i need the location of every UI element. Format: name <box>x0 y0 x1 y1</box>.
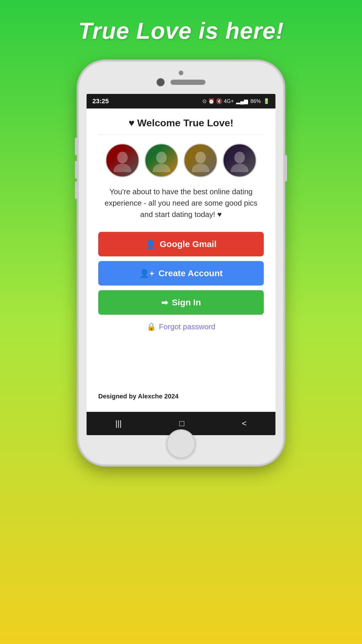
footer-text: Designed by Alexche 2024 <box>98 393 179 400</box>
google-gmail-button[interactable]: 👤 Google Gmail <box>98 232 264 256</box>
svg-point-7 <box>231 164 248 172</box>
battery-text: 86% <box>250 98 261 104</box>
sign-in-button[interactable]: ➡ Sign In <box>98 290 264 315</box>
speaker-grille <box>171 80 205 85</box>
svg-point-6 <box>234 152 245 163</box>
menu-nav-button[interactable]: ||| <box>115 419 122 428</box>
phone-top-area <box>157 71 205 86</box>
home-nav-button[interactable]: □ <box>179 419 184 428</box>
google-button-label: Google Gmail <box>160 239 217 249</box>
home-button[interactable] <box>166 429 196 459</box>
profile-pic-4 <box>223 144 256 177</box>
svg-point-1 <box>114 164 131 172</box>
front-camera-dot <box>179 71 183 75</box>
phone-screen: 23:25 ⊙ ⏰ 🔇 4G+ ▂▄▆ 86% 🔋 ♥ Welcome True… <box>87 94 275 435</box>
battery-icon: 🔋 <box>263 98 270 104</box>
lock-icon: 🔒 <box>147 322 156 331</box>
svg-point-5 <box>192 164 209 172</box>
svg-point-3 <box>153 164 170 172</box>
description-text: You're about to have the best online dat… <box>98 186 264 220</box>
phone-mockup: 23:25 ⊙ ⏰ 🔇 4G+ ▂▄▆ 86% 🔋 ♥ Welcome True… <box>79 62 283 616</box>
signin-icon: ➡ <box>161 298 168 307</box>
phone-shell: 23:25 ⊙ ⏰ 🔇 4G+ ▂▄▆ 86% 🔋 ♥ Welcome True… <box>79 62 283 464</box>
camera-row <box>157 78 205 86</box>
signal-icon: ▂▄▆ <box>236 98 248 104</box>
welcome-heading: ♥ Welcome True Love! <box>129 117 233 129</box>
signin-label: Sign In <box>172 298 201 307</box>
create-account-button[interactable]: 👤+ Create Account <box>98 261 264 286</box>
profile-pic-3 <box>184 144 217 177</box>
app-content: ♥ Welcome True Love! <box>87 108 275 412</box>
front-camera <box>157 78 165 86</box>
page-title: True Love is here! <box>78 18 284 44</box>
google-icon: 👤 <box>145 239 156 249</box>
back-nav-button[interactable]: < <box>242 419 247 428</box>
status-icons: ⊙ ⏰ 🔇 4G+ ▂▄▆ 86% 🔋 <box>202 98 270 104</box>
forgot-password-link[interactable]: 🔒 Forgot password <box>147 322 215 331</box>
status-time: 23:25 <box>92 97 109 105</box>
profile-pic-2 <box>145 144 178 177</box>
svg-point-0 <box>117 152 128 163</box>
forgot-password-label: Forgot password <box>159 322 215 331</box>
divider <box>98 134 264 135</box>
profile-pic-1 <box>106 144 139 177</box>
svg-point-4 <box>195 152 206 163</box>
profile-pictures-row <box>106 144 256 177</box>
status-bar: 23:25 ⊙ ⏰ 🔇 4G+ ▂▄▆ 86% 🔋 <box>87 94 275 108</box>
notification-icons: ⊙ ⏰ 🔇 4G+ <box>202 98 234 104</box>
create-account-label: Create Account <box>158 268 223 278</box>
svg-point-2 <box>156 152 167 163</box>
person-add-icon: 👤+ <box>139 269 154 278</box>
